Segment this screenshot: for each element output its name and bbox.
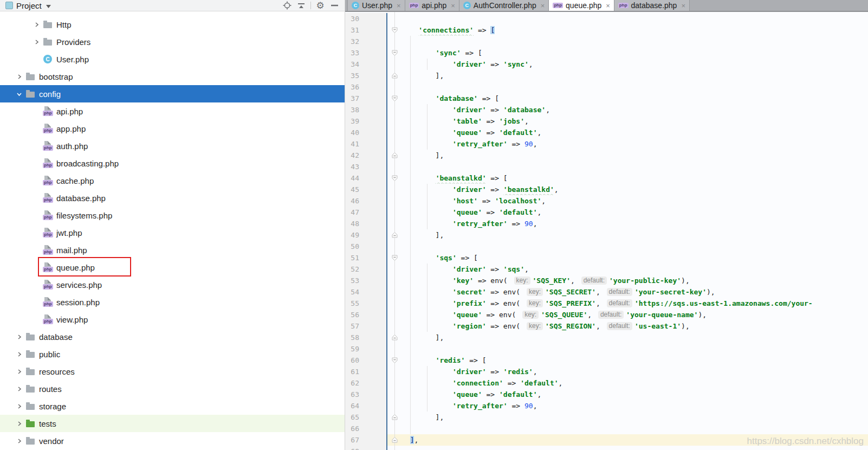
- code-text[interactable]: 'driver' => 'sync',: [401, 59, 868, 70]
- line-gutter[interactable]: 41: [345, 138, 387, 150]
- line-gutter[interactable]: 47: [345, 207, 387, 218]
- tree-item-jwt-php[interactable]: phpjwt.php: [0, 224, 345, 241]
- line-gutter[interactable]: 40: [345, 127, 387, 138]
- code-text[interactable]: ],: [401, 70, 868, 81]
- close-icon[interactable]: ×: [541, 2, 545, 10]
- chevron-right-icon[interactable]: [13, 334, 25, 340]
- line-gutter[interactable]: 49: [345, 229, 387, 241]
- code-text[interactable]: 'connections' => [: [401, 24, 868, 36]
- tree-item-storage[interactable]: storage: [0, 397, 345, 415]
- line-gutter[interactable]: 52: [345, 263, 387, 275]
- chevron-right-icon[interactable]: [13, 438, 25, 444]
- code-text[interactable]: 'table' => 'jobs',: [401, 115, 868, 127]
- close-icon[interactable]: ×: [397, 2, 401, 10]
- code-text[interactable]: 'beanstalkd' => [: [401, 172, 868, 184]
- code-text[interactable]: ],: [401, 332, 868, 343]
- code-text[interactable]: 'sync' => [: [401, 47, 868, 59]
- code-text[interactable]: 'key' => env( key:'SQS_KEY', default:'yo…: [401, 275, 868, 286]
- settings-gear-icon[interactable]: ⚙: [313, 0, 327, 11]
- line-gutter[interactable]: 50: [345, 241, 387, 252]
- fold-down-icon[interactable]: [387, 175, 401, 182]
- tab-authcontroller-php[interactable]: CAuthController.php×: [459, 0, 549, 11]
- collapse-all-icon[interactable]: [294, 0, 308, 11]
- line-gutter[interactable]: 66: [345, 423, 387, 434]
- tab-user-php[interactable]: CUser.php×: [347, 0, 405, 11]
- line-gutter[interactable]: 37: [345, 93, 387, 104]
- line-gutter[interactable]: 45: [345, 184, 387, 195]
- line-gutter[interactable]: 32: [345, 36, 387, 47]
- code-text[interactable]: 'queue' => 'default',: [401, 389, 868, 400]
- code-text[interactable]: ],: [401, 412, 868, 423]
- fold-up-icon[interactable]: [387, 152, 401, 159]
- code-text[interactable]: 'driver' => 'sqs',: [401, 263, 868, 275]
- tree-item-filesystems-php[interactable]: phpfilesystems.php: [0, 207, 345, 224]
- chevron-down-icon[interactable]: [13, 91, 25, 97]
- fold-down-icon[interactable]: [387, 357, 401, 364]
- tree-item-mail-php[interactable]: phpmail.php: [0, 241, 345, 259]
- code-text[interactable]: ],: [401, 229, 868, 241]
- tree-item-view-php[interactable]: phpview.php: [0, 311, 345, 328]
- code-text[interactable]: 'secret' => env( key:'SQS_SECRET', defau…: [401, 286, 868, 298]
- line-gutter[interactable]: 30: [345, 13, 387, 24]
- tree-item-api-php[interactable]: phpapi.php: [0, 102, 345, 120]
- line-gutter[interactable]: 56: [345, 309, 387, 320]
- chevron-down-icon[interactable]: [46, 1, 51, 10]
- chevron-right-icon[interactable]: [13, 74, 25, 80]
- code-text[interactable]: ],: [401, 150, 868, 161]
- tree-item-http[interactable]: Http: [0, 16, 345, 33]
- line-gutter[interactable]: 65: [345, 412, 387, 423]
- code-text[interactable]: 'retry_after' => 90,: [401, 218, 868, 229]
- tree-item-vendor[interactable]: vendor: [0, 432, 345, 449]
- line-gutter[interactable]: 57: [345, 320, 387, 332]
- line-gutter[interactable]: 54: [345, 286, 387, 298]
- fold-up-icon[interactable]: [387, 72, 401, 79]
- tab-queue-php[interactable]: phpqueue.php×: [549, 0, 614, 11]
- locate-icon[interactable]: [280, 0, 294, 11]
- fold-up-icon[interactable]: [387, 232, 401, 239]
- fold-up-icon[interactable]: [387, 436, 401, 443]
- code-text[interactable]: 'driver' => 'database',: [401, 104, 868, 115]
- code-text[interactable]: 'driver' => 'beanstalkd',: [401, 184, 868, 195]
- fold-up-icon[interactable]: [387, 334, 401, 341]
- line-gutter[interactable]: 51: [345, 252, 387, 263]
- code-text[interactable]: 'host' => 'localhost',: [401, 195, 868, 207]
- code-text[interactable]: 'queue' => 'default',: [401, 207, 868, 218]
- tree-item-database[interactable]: database: [0, 328, 345, 345]
- tree-item-providers[interactable]: Providers: [0, 33, 345, 50]
- line-gutter[interactable]: 33: [345, 47, 387, 59]
- tree-item-config[interactable]: config: [0, 85, 345, 102]
- line-gutter[interactable]: 36: [345, 81, 387, 93]
- tab-database-php[interactable]: phpdatabase.php×: [614, 0, 690, 11]
- tree-item-tests[interactable]: tests: [0, 415, 345, 432]
- tree-item-session-php[interactable]: phpsession.php: [0, 293, 345, 311]
- panel-title[interactable]: Project: [16, 1, 42, 10]
- chevron-right-icon[interactable]: [13, 403, 25, 409]
- tree-item-user-php[interactable]: CUser.php: [0, 50, 345, 68]
- close-icon[interactable]: ×: [451, 2, 455, 10]
- line-gutter[interactable]: 67: [345, 434, 387, 446]
- line-gutter[interactable]: 44: [345, 172, 387, 184]
- line-gutter[interactable]: 42: [345, 150, 387, 161]
- line-gutter[interactable]: 48: [345, 218, 387, 229]
- chevron-right-icon[interactable]: [13, 421, 25, 427]
- line-gutter[interactable]: 38: [345, 104, 387, 115]
- close-icon[interactable]: ×: [606, 2, 610, 10]
- line-gutter[interactable]: 35: [345, 70, 387, 81]
- line-gutter[interactable]: 63: [345, 389, 387, 400]
- line-gutter[interactable]: 31: [345, 24, 387, 36]
- line-gutter[interactable]: 34: [345, 59, 387, 70]
- line-gutter[interactable]: 43: [345, 161, 387, 172]
- chevron-right-icon[interactable]: [30, 22, 42, 28]
- chevron-right-icon[interactable]: [13, 369, 25, 375]
- line-gutter[interactable]: 61: [345, 366, 387, 377]
- tree-item-public[interactable]: public: [0, 345, 345, 363]
- tree-item-auth-php[interactable]: phpauth.php: [0, 137, 345, 155]
- chevron-right-icon[interactable]: [13, 386, 25, 392]
- code-text[interactable]: 'sqs' => [: [401, 252, 868, 263]
- line-gutter[interactable]: 59: [345, 343, 387, 355]
- line-gutter[interactable]: 58: [345, 332, 387, 343]
- tree-item-bootstrap[interactable]: bootstrap: [0, 68, 345, 85]
- line-gutter[interactable]: 46: [345, 195, 387, 207]
- code-text[interactable]: 'region' => env( key:'SQS_REGION', defau…: [401, 320, 868, 332]
- code-text[interactable]: 'queue' => env( key:'SQS_QUEUE', default…: [401, 309, 868, 320]
